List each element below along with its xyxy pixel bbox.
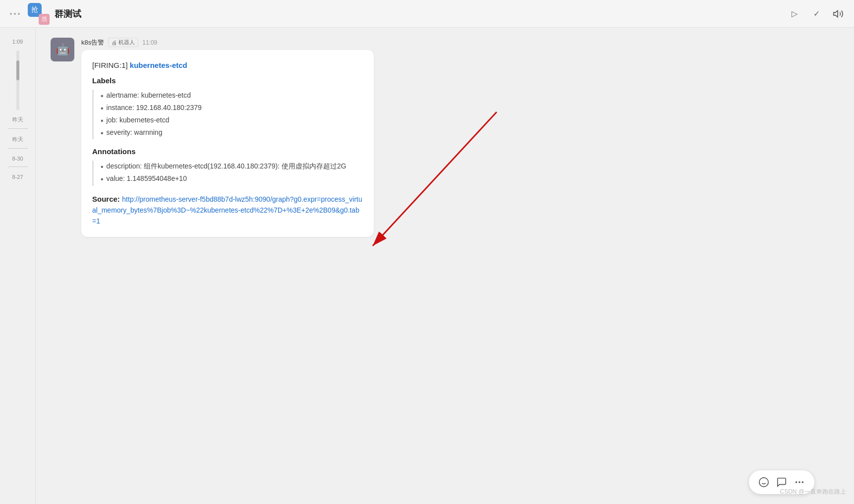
sidebar-time-5: 8-27 — [12, 168, 23, 184]
emoji-button[interactable] — [757, 475, 771, 489]
avatar-sub-text: 惑 — [42, 15, 47, 23]
label-item-0: alertname: kubernetes-etcd — [107, 91, 191, 99]
sidebar-time-1: 1:09 — [12, 33, 23, 49]
svg-point-8 — [802, 481, 804, 483]
source-link-text: http://prometheus-server-f5bd88b7d-lwz5h… — [92, 195, 362, 225]
dot-2 — [14, 13, 16, 15]
svg-point-7 — [798, 481, 800, 483]
header-actions: ▷ ✓ — [789, 8, 844, 20]
chat-area: 🤖 k8s告警 🖨 机器人 11:09 [FIRING:1] — [36, 28, 854, 504]
avatar-main-text: 抢 — [31, 5, 38, 14]
label-item-2: job: kubernetes-etcd — [107, 116, 170, 124]
firing-link-text: kubernetes-etcd — [130, 61, 187, 69]
avatar-sub: 惑 — [39, 14, 50, 25]
message-content: k8s告警 🖨 机器人 11:09 [FIRING:1] kubernetes-… — [81, 38, 839, 237]
group-avatar: 抢 惑 — [28, 3, 50, 25]
labels-list: alertname: kubernetes-etcd instance: 192… — [92, 90, 363, 140]
volume-icon[interactable] — [832, 8, 844, 20]
chat-title: 群测试 — [55, 8, 81, 20]
list-item: job: kubernetes-etcd — [101, 114, 363, 127]
sidebar-time-3: 昨天 — [12, 130, 23, 147]
annotations-title: Annotations — [92, 147, 363, 156]
source-section: Source: http://prometheus-server-f5bd88b… — [92, 194, 363, 227]
check-icon[interactable]: ✓ — [810, 8, 822, 20]
scrollbar-thumb[interactable] — [16, 60, 19, 80]
chat-button[interactable] — [775, 475, 789, 489]
message-bubble: [FIRING:1] kubernetes-etcd Labels alertn… — [81, 50, 374, 237]
message-row: 🤖 k8s告警 🖨 机器人 11:09 [FIRING:1] — [51, 38, 839, 237]
firing-link[interactable]: kubernetes-etcd — [130, 61, 187, 69]
dot-3 — [18, 13, 20, 15]
annotation-item-0: description: 组件kubernetes-etcd(192.168.4… — [107, 162, 346, 171]
video-icon[interactable]: ▷ — [789, 8, 800, 20]
firing-title: [FIRING:1] kubernetes-etcd — [92, 60, 363, 71]
list-item: value: 1.1485954048e+10 — [101, 173, 363, 185]
svg-point-3 — [759, 478, 768, 487]
main-area: 1:09 昨天 昨天 8-30 8-27 🤖 k8s告警 🖨 机器人 — [0, 28, 854, 504]
annotation-item-1: value: 1.1485954048e+10 — [107, 174, 187, 182]
sidebar-divider-1 — [8, 128, 28, 129]
firing-prefix: [FIRING:1] — [92, 61, 128, 69]
list-item: alertname: kubernetes-etcd — [101, 90, 363, 102]
robot-badge-icon: 🖨 — [112, 40, 117, 46]
sender-name: k8s告警 — [81, 38, 104, 47]
sidebar: 1:09 昨天 昨天 8-30 8-27 — [0, 28, 36, 504]
list-item: description: 组件kubernetes-etcd(192.168.4… — [101, 161, 363, 173]
more-button[interactable] — [793, 475, 806, 489]
robot-badge: 🖨 机器人 — [108, 38, 138, 47]
sidebar-divider-3 — [8, 167, 28, 167]
annotations-list: description: 组件kubernetes-etcd(192.168.4… — [92, 161, 363, 185]
source-link[interactable]: http://prometheus-server-f5bd88b7d-lwz5h… — [92, 195, 362, 225]
dot-1 — [10, 13, 12, 15]
sidebar-divider-2 — [8, 148, 28, 149]
labels-title: Labels — [92, 76, 363, 85]
message-meta: k8s告警 🖨 机器人 11:09 — [81, 38, 839, 47]
sidebar-time-2: 昨天 — [12, 110, 23, 127]
header: 抢 惑 群测试 ▷ ✓ — [0, 0, 854, 28]
list-item: severity: warnning — [101, 127, 363, 139]
source-label: Source: — [92, 195, 120, 203]
window-controls — [10, 13, 20, 15]
svg-point-6 — [796, 481, 797, 483]
sidebar-time-4: 8-30 — [12, 150, 23, 166]
label-item-1: instance: 192.168.40.180:2379 — [107, 104, 202, 112]
bot-avatar: 🤖 — [51, 38, 74, 61]
list-item: instance: 192.168.40.180:2379 — [101, 102, 363, 114]
bot-icon: 🤖 — [56, 43, 69, 56]
robot-badge-text: 机器人 — [118, 39, 135, 46]
svg-marker-0 — [834, 10, 838, 17]
scrollbar-track[interactable] — [16, 51, 19, 110]
message-time: 11:09 — [142, 39, 157, 46]
watermark: CSDN @一直奔跑在路上 — [780, 488, 846, 496]
label-item-3: severity: warnning — [107, 128, 163, 136]
